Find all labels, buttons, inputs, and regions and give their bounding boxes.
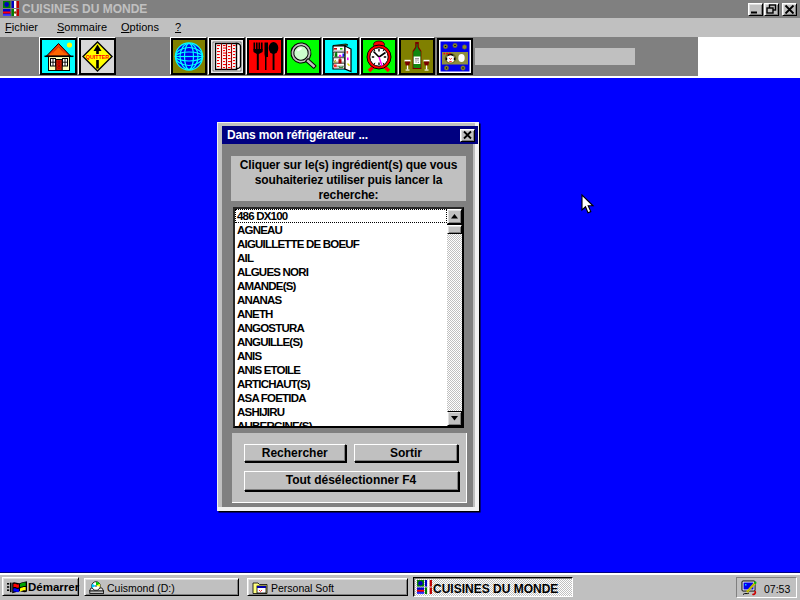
svg-text:QUITTER: QUITTER xyxy=(86,54,110,60)
